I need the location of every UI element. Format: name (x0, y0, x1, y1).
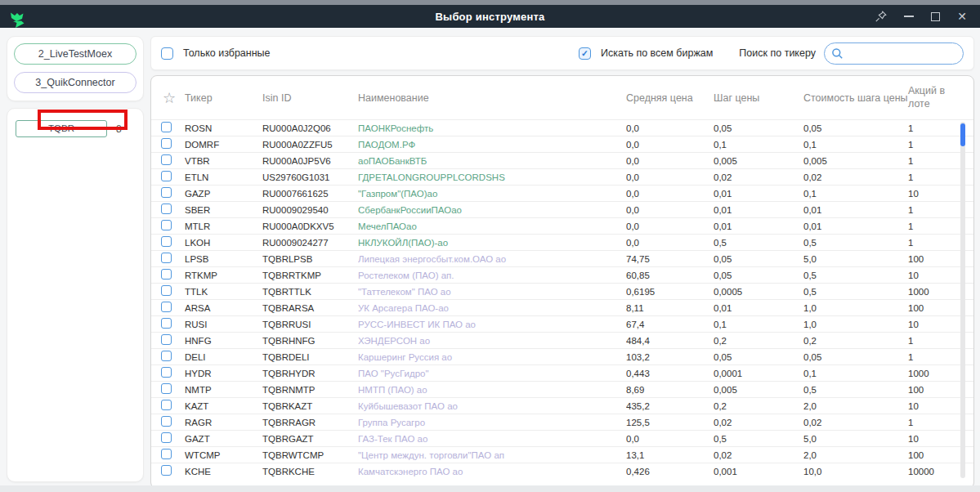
close-icon[interactable]: ✕ (957, 11, 967, 22)
name-cell: ГАЗ-Тек ПАО ао (358, 434, 626, 444)
row-checkbox[interactable] (161, 302, 172, 312)
name-cell: РУСС-ИНВЕСТ ИК ПАО ао (358, 320, 626, 329)
row-checkbox[interactable] (161, 285, 172, 296)
table-row[interactable]: MTLR RU000A0DKXV5 МечелПАОао 0,0 0,01 0,… (151, 217, 973, 234)
table-row[interactable]: TTLK TQBRTTLK "Таттелеком" ПАО ао 0,6195… (151, 283, 973, 299)
table-row[interactable]: VTBR RU000A0JP5V6 аоПАОБанкВТБ 0,0 0,005… (151, 152, 973, 168)
row-checkbox[interactable] (161, 154, 172, 165)
price-step-cell: 0,05 (714, 352, 803, 362)
red-highlight-annotation (38, 110, 128, 130)
avg-price-cell: 103,2 (626, 352, 714, 362)
table-row[interactable]: SBER RU0009029540 СбербанкРоссииПАОао 0,… (151, 201, 973, 217)
row-checkbox[interactable] (161, 187, 172, 198)
step-cost-cell: 0,05 (803, 352, 908, 362)
maximize-icon[interactable] (931, 12, 940, 21)
avg-price-cell: 0,0 (626, 123, 714, 133)
row-checkbox[interactable] (161, 367, 172, 378)
table-scrollbar-thumb[interactable] (960, 123, 965, 146)
row-checkbox[interactable] (161, 383, 172, 394)
price-step-cell: 0,01 (714, 303, 803, 313)
row-checkbox[interactable] (161, 122, 172, 132)
row-checkbox[interactable] (161, 236, 172, 247)
table-row[interactable]: HYDR TQBRHYDR ПАО "РусГидро" 0,443 0,000… (151, 365, 973, 381)
row-checkbox[interactable] (161, 253, 172, 263)
isin-cell: TQBRRTKMP (262, 271, 358, 280)
table-row[interactable]: KCHE TQBRKCHE Камчатскэнерго ПАО ао 0,42… (151, 463, 973, 479)
row-checkbox[interactable] (161, 334, 172, 345)
ticker-cell: LKOH (185, 238, 262, 248)
minimize-icon[interactable] (904, 16, 914, 17)
row-checkbox[interactable] (161, 138, 172, 149)
all-exchanges-checkbox[interactable]: ✓ (579, 47, 591, 60)
avg-price-cell: 8,11 (626, 303, 714, 313)
step-cost-cell: 1,0 (803, 320, 908, 329)
table-row[interactable]: ETLN US29760G1031 ГДРETALONGROUPPLCORDSH… (151, 168, 973, 185)
search-input[interactable] (848, 47, 956, 60)
table-row[interactable]: ROSN RU000A0J2Q06 ПАОНКРоснефть 0,0 0,05… (151, 119, 973, 136)
table-row[interactable]: HNFG TQBRHNFG ХЭНДЕРСОН ао 484,4 0,2 0,2… (151, 332, 973, 348)
connection-button-quikconnector[interactable]: 3_QuikConnector (14, 72, 136, 93)
row-checkbox[interactable] (161, 171, 172, 181)
row-checkbox[interactable] (161, 465, 172, 476)
row-checkbox[interactable] (161, 269, 172, 280)
row-checkbox[interactable] (161, 351, 172, 361)
column-header-name: Наименование (358, 92, 626, 104)
ticker-cell: ETLN (185, 172, 262, 182)
favorites-only-checkbox[interactable] (161, 47, 173, 60)
ticker-cell: TTLK (185, 287, 262, 297)
name-cell: МечелПАОао (358, 221, 626, 231)
table-row[interactable]: RAGR TQBRRAGR Группа Русагро 125,5 0,02 … (151, 414, 973, 430)
table-body: ROSN RU000A0J2Q06 ПАОНКРоснефть 0,0 0,05… (151, 119, 973, 479)
table-row[interactable]: KAZT TQBRKAZT Куйбышевазот ПАО ао 435,2 … (151, 397, 973, 414)
name-cell: "Центр междун. торговли"ПАО ап (358, 450, 626, 460)
table-row[interactable]: GAZT TQBRGAZT ГАЗ-Тек ПАО ао 0,0 0,5 5,0… (151, 430, 973, 446)
table-row[interactable]: DOMRF RU000A0ZZFU5 ПАОДОМ.РФ 0,0 0,1 0,1… (151, 136, 973, 152)
price-step-cell: 0,01 (714, 189, 803, 199)
step-cost-cell: 0,05 (803, 123, 908, 133)
board-panel: TQBR 8 (7, 108, 144, 482)
column-header-lot-size: Акций в лоте (908, 85, 955, 110)
ticker-search-box[interactable] (824, 42, 964, 65)
table-row[interactable]: DELI TQBRDELI Каршеринг Руссия ао 103,2 … (151, 348, 973, 365)
table-row[interactable]: LKOH RU0009024277 НКЛУКОЙЛ(ПАО)-ао 0,0 0… (151, 234, 973, 250)
price-step-cell: 0,5 (714, 238, 803, 248)
isin-cell: TQBRTTLK (262, 287, 358, 297)
isin-cell: TQBRLPSB (262, 254, 358, 264)
ticker-cell: DOMRF (185, 140, 262, 150)
connections-panel: 2_LiveTestMoex 3_QuikConnector (7, 36, 144, 101)
table-row[interactable]: LPSB TQBRLPSB Липецкая энергосбыт.ком.ОА… (151, 250, 973, 266)
row-checkbox[interactable] (161, 318, 172, 329)
ticker-cell: MTLR (185, 221, 262, 231)
titlebar[interactable]: Выбор инструмента ✕ (0, 5, 980, 28)
table-row[interactable]: NMTP TQBRNMTP НМТП (ПАО) ао 8,69 0,005 0… (151, 381, 973, 397)
step-cost-cell: 0,02 (803, 172, 908, 182)
row-checkbox[interactable] (161, 400, 172, 410)
bottom-edge-strip (0, 485, 980, 492)
ticker-cell: ROSN (185, 123, 262, 133)
step-cost-cell: 5,0 (803, 254, 908, 264)
step-cost-cell: 1,0 (803, 303, 908, 313)
avg-price-cell: 125,5 (626, 418, 714, 427)
row-checkbox[interactable] (161, 416, 172, 427)
avg-price-cell: 0,0 (626, 434, 714, 444)
column-header-ticker: Тикер (185, 92, 262, 104)
isin-cell: RU0009024277 (262, 238, 358, 248)
table-row[interactable]: RTKMP TQBRRTKMP Ростелеком (ПАО) ап. 60,… (151, 266, 973, 283)
row-checkbox[interactable] (161, 204, 172, 214)
step-cost-cell: 0,5 (803, 271, 908, 280)
price-step-cell: 0,005 (714, 156, 803, 166)
isin-cell: RU000A0JP5V6 (262, 156, 358, 166)
table-row[interactable]: GAZP RU0007661625 "Газпром"(ПАО)ао 0,0 0… (151, 185, 973, 201)
table-scrollbar-track[interactable] (960, 122, 965, 478)
connection-button-livetestmoex[interactable]: 2_LiveTestMoex (14, 43, 136, 65)
name-cell: ПАОДОМ.РФ (358, 140, 626, 150)
table-row[interactable]: RUSI TQBRRUSI РУСС-ИНВЕСТ ИК ПАО ао 67,4… (151, 315, 973, 332)
avg-price-cell: 0,0 (626, 238, 714, 248)
star-icon[interactable]: ☆ (163, 89, 185, 107)
table-row[interactable]: ARSA TQBRARSA УК Арсагера ПАО-ао 8,11 0,… (151, 299, 973, 315)
row-checkbox[interactable] (161, 432, 172, 443)
row-checkbox[interactable] (161, 220, 172, 230)
row-checkbox[interactable] (161, 449, 172, 459)
table-row[interactable]: WTCMP TQBRWTCMP "Центр междун. торговли"… (151, 446, 973, 463)
pin-icon[interactable] (875, 11, 887, 23)
